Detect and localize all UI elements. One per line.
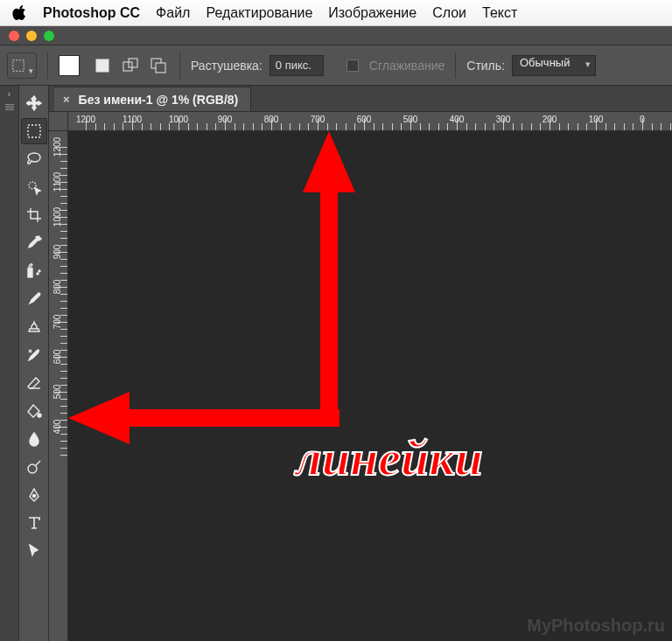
menu-text[interactable]: Текст: [482, 5, 517, 21]
chevron-down-icon: ▾: [29, 66, 33, 75]
minimize-window-button[interactable]: [26, 31, 37, 41]
subtract-selection-icon[interactable]: [148, 55, 169, 76]
ruler-v-label: 700: [52, 315, 62, 330]
eyedropper-tool[interactable]: [21, 230, 47, 256]
quick-select-tool[interactable]: [21, 174, 47, 200]
close-window-button[interactable]: [9, 31, 19, 41]
grip-icon: [5, 104, 14, 111]
add-selection-icon[interactable]: [120, 55, 141, 76]
move-tool[interactable]: [21, 90, 47, 116]
ruler-vertical[interactable]: 120011001000900800700600500400: [49, 131, 68, 641]
svg-rect-0: [12, 59, 23, 70]
current-tool-preset[interactable]: ▾: [7, 52, 37, 79]
ruler-v-label: 500: [52, 385, 62, 400]
divider: [455, 52, 456, 79]
dodge-tool[interactable]: [21, 454, 47, 480]
annotation-arrow-up-icon: [303, 131, 355, 420]
ruler-h-label: 0: [640, 115, 645, 124]
options-bar: ▾ Растушевка: Сглаживание Стиль: Обычный: [0, 45, 672, 86]
antialias-checkbox: [346, 59, 359, 72]
style-select[interactable]: Обычный: [512, 55, 596, 76]
svg-point-13: [32, 495, 35, 498]
close-tab-icon[interactable]: ×: [63, 93, 70, 106]
brush-tool[interactable]: [21, 286, 47, 312]
pen-tool[interactable]: [21, 482, 47, 508]
ruler-h-label: 1200: [76, 115, 95, 124]
document-tab-title: Без имени-1 @ 1% (RGB/8): [79, 93, 239, 107]
ruler-h-label: 400: [450, 115, 465, 124]
ruler-v-label: 600: [52, 350, 62, 365]
macos-menu-bar: Photoshop CC Файл Редактирование Изображ…: [0, 0, 672, 26]
svg-point-11: [38, 414, 41, 417]
path-select-tool[interactable]: [21, 538, 47, 564]
apple-logo-icon: [12, 5, 27, 20]
feather-label: Растушевка:: [191, 59, 262, 73]
feather-input[interactable]: [270, 55, 324, 76]
ruler-h-label: 800: [264, 115, 279, 124]
svg-rect-5: [156, 63, 165, 73]
annotation-label: линейки: [296, 428, 483, 487]
ruler-h-label: 1000: [169, 115, 188, 124]
eraser-tool[interactable]: [21, 370, 47, 396]
style-select-value: Обычный: [520, 56, 570, 69]
ruler-v-label: 800: [52, 280, 62, 295]
tools-panel: [19, 86, 49, 641]
canvas[interactable]: линейки MyPhotoshop.ru: [68, 131, 672, 641]
marquee-tool[interactable]: [21, 118, 47, 144]
svg-rect-6: [28, 125, 40, 137]
divider: [47, 52, 48, 79]
ruler-h-label: 700: [311, 115, 326, 124]
menu-file[interactable]: Файл: [156, 5, 190, 21]
svg-rect-8: [28, 268, 32, 277]
zoom-window-button[interactable]: [44, 31, 54, 41]
new-selection-icon[interactable]: [92, 55, 113, 76]
svg-point-10: [38, 270, 40, 272]
type-tool[interactable]: [21, 510, 47, 536]
style-label: Стиль:: [466, 59, 505, 73]
ruler-horizontal[interactable]: 1200110010009008007006005004003002001000…: [49, 112, 672, 131]
ruler-h-label: 1100: [122, 115, 142, 124]
app-name: Photoshop CC: [43, 5, 140, 21]
menu-image[interactable]: Изображение: [328, 5, 416, 21]
svg-rect-1: [96, 59, 108, 72]
foreground-swatch[interactable]: [59, 55, 80, 76]
antialias-label: Сглаживание: [369, 59, 444, 73]
panel-collapse-gutter[interactable]: ›: [0, 86, 19, 641]
ruler-v-label: 400: [52, 420, 62, 435]
ruler-h-label: 300: [496, 115, 511, 124]
ruler-h-label: 100: [589, 115, 604, 124]
clone-stamp-tool[interactable]: [21, 314, 47, 340]
lasso-tool[interactable]: [21, 146, 47, 172]
ruler-h-label: 500: [403, 115, 418, 124]
crop-tool[interactable]: [21, 202, 47, 228]
chevron-right-icon: ›: [8, 86, 10, 99]
svg-marker-14: [303, 131, 355, 420]
menu-layers[interactable]: Слои: [432, 5, 466, 21]
ruler-h-label: 200: [542, 115, 557, 124]
divider: [179, 52, 180, 79]
svg-rect-2: [123, 62, 132, 71]
svg-point-9: [37, 273, 38, 275]
menu-edit[interactable]: Редактирование: [206, 5, 312, 21]
svg-point-12: [28, 464, 37, 473]
svg-rect-3: [129, 59, 137, 67]
ruler-h-label: 600: [357, 115, 372, 124]
document-tab[interactable]: × Без имени-1 @ 1% (RGB/8): [54, 87, 251, 111]
document-tab-strip: × Без имени-1 @ 1% (RGB/8): [49, 86, 672, 112]
history-brush-tool[interactable]: [21, 342, 47, 368]
ruler-origin-corner[interactable]: [49, 112, 68, 130]
healing-brush-tool[interactable]: [21, 258, 47, 284]
ruler-h-label: 900: [218, 115, 233, 124]
ruler-v-label: 900: [52, 245, 62, 260]
blur-tool[interactable]: [21, 426, 47, 452]
watermark: MyPhotoshop.ru: [527, 616, 665, 636]
window-titlebar: [0, 26, 672, 45]
paint-bucket-tool[interactable]: [21, 398, 47, 424]
